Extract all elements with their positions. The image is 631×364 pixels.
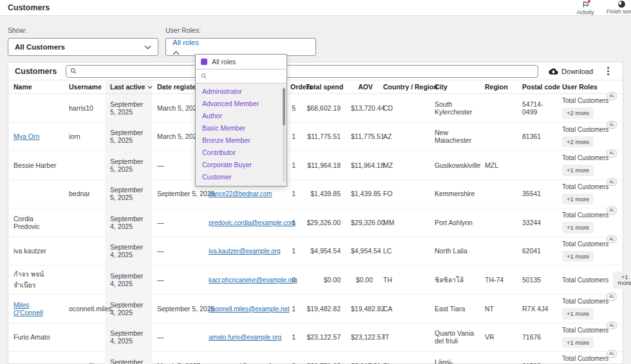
email-link[interactable]: iva.kautzer@example.org — [209, 248, 280, 255]
activity-button[interactable]: Activity — [570, 1, 600, 15]
user-roles-select[interactable]: All roles — [165, 38, 316, 56]
customer-name-link[interactable]: Miles O'Connell — [14, 301, 43, 316]
all-roles-option[interactable]: All roles — [196, 55, 287, 69]
email-link[interactable]: vance22@bednar.com — [209, 190, 272, 197]
email-link[interactable]: kacr.phcncaneiyr@example.org — [209, 277, 297, 284]
role-option-advanced-member[interactable]: Advanced Member — [196, 98, 287, 110]
col-header-name[interactable]: Name — [8, 80, 64, 94]
email-link[interactable]: oconnell.miles@example.net — [209, 305, 289, 313]
role-option-customer[interactable]: Customer — [196, 171, 287, 183]
cell-region — [480, 179, 517, 208]
cell-total-spend: $0.00 — [301, 266, 346, 295]
cell-username — [64, 151, 105, 180]
cell-total-spend: $11,775.51 — [301, 122, 346, 151]
finish-setup-button[interactable]: Finish setup — [607, 1, 631, 15]
cell-total-spend: $11,964.18 — [301, 151, 346, 180]
cell-date-registered: — — [152, 266, 203, 295]
col-header-aov[interactable]: AOV — [346, 80, 378, 94]
cell-username: oconnell.miles — [64, 295, 105, 323]
role-label: Total Customers — [562, 327, 608, 334]
cell-name: Bessie Harber — [8, 151, 64, 180]
col-header-city[interactable]: City — [429, 80, 480, 94]
checkbox-checked-icon[interactable] — [201, 59, 207, 65]
download-button[interactable]: Download — [549, 68, 593, 75]
user-roles-filter: User Roles: All roles — [165, 26, 316, 56]
page-title: Customers — [8, 3, 50, 12]
table-row: bednar September 5, 2025 September 5, 20… — [8, 179, 624, 208]
search-icon — [70, 68, 77, 75]
user-roles-select-value: All roles — [173, 39, 199, 46]
user-roles-dropdown: All roles Administrator Advanced Member … — [195, 54, 287, 187]
cell-city: ชิลชิลาโล้ — [429, 266, 480, 295]
col-header-username[interactable]: Username — [64, 80, 105, 94]
more-roles-button[interactable]: +1 more — [562, 194, 594, 205]
role-label: Total Customers — [562, 355, 608, 362]
cell-city: Gusikowskiville — [429, 151, 480, 180]
customers-search-input[interactable] — [80, 68, 534, 75]
col-header-last-active[interactable]: Last active — [105, 80, 152, 94]
cell-date-registered: — — [152, 237, 203, 266]
cell-total-spend: $1,439.85 — [301, 179, 346, 208]
col-header-postal-code[interactable]: Postal code — [517, 80, 557, 94]
more-roles-button[interactable]: +1 more — [562, 222, 594, 233]
role-label: Total Customers — [562, 212, 608, 219]
col-header-country[interactable]: Country / Region — [378, 80, 429, 94]
show-select[interactable]: All Customers — [8, 38, 158, 56]
table-row: Furio Amato September 4, 2025 — amato.fu… — [8, 323, 624, 352]
cell-region: VR — [480, 323, 517, 352]
role-option-contributor[interactable]: Contributor — [196, 147, 287, 159]
cell-username: iorn — [64, 122, 105, 151]
customer-name-link[interactable]: Mya Orn — [14, 132, 39, 140]
cell-total-spend: $23,122.57 — [301, 323, 346, 352]
cell-postal-code: 81361 — [517, 122, 557, 151]
cell-user-roles: Total CustomersAL+1 more — [557, 295, 624, 323]
col-header-region[interactable]: Region — [480, 80, 517, 94]
cell-city: New Maiachester — [429, 122, 480, 151]
cell-postal-code — [517, 151, 557, 180]
more-roles-button[interactable]: +2 more — [562, 136, 594, 148]
cell-total-spend: $19,482.82 — [301, 295, 346, 323]
more-roles-button[interactable]: +1 more — [613, 271, 631, 289]
more-roles-button[interactable]: +1 more — [562, 308, 594, 320]
role-count-badge: AL — [607, 293, 617, 301]
show-filter-label: Show: — [8, 26, 158, 34]
role-option-corporate-buyer[interactable]: Corporate Buyer — [196, 159, 287, 171]
cell-email: yomaa.onni@yomaa.fi — [203, 352, 285, 364]
roles-search-input[interactable] — [211, 73, 281, 80]
role-option-basic-member[interactable]: Basic Member — [196, 122, 287, 134]
col-header-total-spend[interactable]: Total spend — [301, 80, 346, 94]
cell-region: MZL — [480, 151, 517, 180]
finish-setup-label: Finish setup — [607, 8, 631, 15]
role-option-bronze-member[interactable]: Bronze Member — [196, 134, 287, 147]
cell-aov: $0.00 — [346, 266, 378, 295]
cell-email: iva.kautzer@example.org — [203, 237, 285, 266]
cell-aov: $8,917.21 — [346, 352, 378, 364]
cell-total-spend: $26,751.62 — [301, 352, 346, 364]
flag-icon — [582, 1, 589, 8]
role-option-administrator[interactable]: Administrator — [196, 86, 287, 98]
setup-progress-icon — [618, 1, 625, 8]
more-roles-button[interactable]: +2 more — [562, 107, 594, 119]
cell-region: TH-74 — [480, 266, 517, 295]
scrollbar-thumb[interactable] — [283, 88, 285, 125]
cell-last-active: September 4, 2025 — [105, 295, 152, 323]
more-roles-button[interactable]: +1 more — [562, 337, 594, 349]
col-header-orders[interactable]: Orders — [285, 80, 301, 94]
cell-email: oconnell.miles@example.net — [203, 295, 285, 323]
col-header-last-active-label: Last active — [110, 83, 145, 91]
role-option-author[interactable]: Author — [196, 110, 287, 122]
cell-country: IT — [378, 323, 429, 352]
email-link[interactable]: predovic.cordia@example.com — [209, 219, 296, 226]
more-options-button[interactable] — [603, 66, 612, 77]
role-label: Total Customers — [562, 298, 608, 305]
more-roles-button[interactable]: +1 more — [562, 165, 594, 176]
more-roles-button[interactable]: +1 more — [562, 251, 594, 262]
cell-date-registered: — — [152, 208, 203, 237]
email-link[interactable]: amato.furio@example.org — [209, 334, 281, 341]
table-row: Bessie Harber September 5, 2025 — 1 $11,… — [8, 151, 624, 180]
cell-name: iva kautzer — [8, 237, 64, 266]
cell-name: กำจร พจน์จำเนียร — [8, 266, 64, 295]
customers-table: Name Username Last active Date registere… — [8, 80, 624, 364]
role-label: Total Customers — [562, 241, 608, 248]
cell-city: North Laila — [429, 237, 480, 266]
